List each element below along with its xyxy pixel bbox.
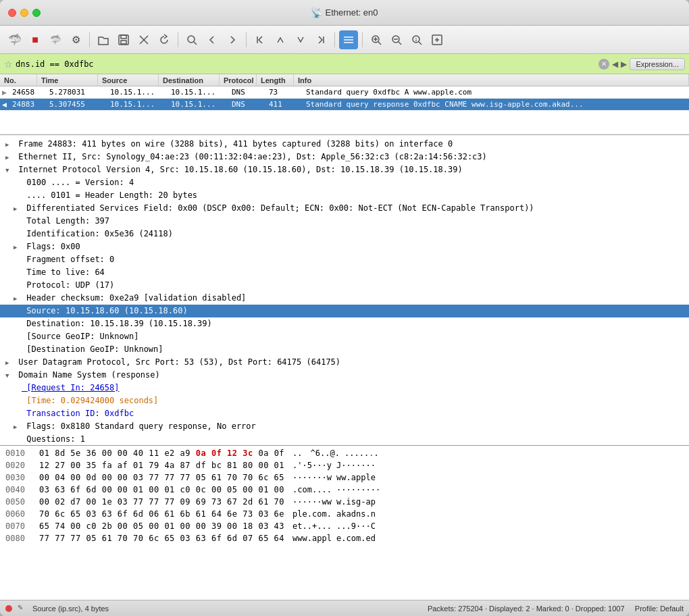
hex-offset: 0050 bbox=[5, 496, 31, 507]
hex-offset: 0040 bbox=[5, 484, 31, 495]
hex-ascii: ······ww w.isg-ap bbox=[292, 496, 376, 507]
hex-bytes: 12 27 00 35 fa af 01 79 4a 87 df bc 81 8… bbox=[39, 460, 284, 471]
expand-triangle: ▼ bbox=[5, 165, 14, 176]
packet-dst: 10.15.1... bbox=[167, 100, 228, 109]
detail-dns-request[interactable]: [Request In: 24658] bbox=[0, 382, 689, 394]
go-last-button[interactable] bbox=[311, 30, 330, 49]
detail-udp[interactable]: ▶ User Datagram Protocol, Src Port: 53 (… bbox=[0, 356, 689, 369]
packet-no: 24883 bbox=[8, 100, 45, 109]
filter-clear-button[interactable]: ✕ bbox=[598, 59, 609, 70]
edit-icon: ✎ bbox=[18, 604, 27, 613]
zoom-out-button[interactable] bbox=[387, 30, 406, 49]
svg-rect-2 bbox=[121, 41, 126, 44]
packet-len: 411 bbox=[265, 100, 302, 109]
capture-status-indicator bbox=[5, 605, 12, 612]
titlebar: 📡 Ethernet: en0 bbox=[0, 0, 689, 26]
col-header-length: Length bbox=[257, 74, 294, 86]
detail-flags[interactable]: ▶ Flags: 0x00 bbox=[0, 240, 689, 253]
row-expand-arrow: ▶ bbox=[0, 89, 8, 96]
save-file-button[interactable] bbox=[114, 30, 133, 49]
hex-ascii: .com.... ········· bbox=[292, 484, 380, 495]
packet-dst: 10.15.1... bbox=[167, 88, 228, 97]
packet-details: ▶ Frame 24883: 411 bytes on wire (3288 b… bbox=[0, 135, 689, 446]
hex-bytes: 65 74 00 c0 2b 00 05 00 01 00 00 39 00 1… bbox=[39, 521, 284, 532]
restart-capture-button[interactable]: 🦈 bbox=[46, 30, 65, 49]
preferences-button[interactable]: ⚙ bbox=[66, 30, 85, 49]
close-capture-button[interactable] bbox=[134, 30, 153, 49]
reload-button[interactable] bbox=[155, 30, 174, 49]
packet-time: 5.307455 bbox=[45, 100, 106, 109]
svg-line-17 bbox=[399, 42, 401, 45]
colorize-button[interactable] bbox=[339, 30, 358, 49]
detail-dns[interactable]: ▼ Domain Name System (response) bbox=[0, 369, 689, 382]
packet-list-header: No. Time Source Destination Protocol Len… bbox=[0, 74, 689, 86]
detail-total-len: Total Length: 397 bbox=[0, 215, 689, 228]
traffic-lights bbox=[8, 9, 41, 17]
close-window-button[interactable] bbox=[8, 9, 16, 17]
detail-dscp[interactable]: ▶ Differentiated Services Field: 0x00 (D… bbox=[0, 202, 689, 215]
go-forward-button[interactable] bbox=[223, 30, 242, 49]
go-first-button[interactable] bbox=[251, 30, 270, 49]
open-file-button[interactable] bbox=[94, 30, 113, 49]
zoom-in-button[interactable] bbox=[367, 30, 386, 49]
hex-row: 0040 03 63 6f 6d 00 00 01 00 01 c0 0c 00… bbox=[0, 484, 689, 496]
stop-capture-button[interactable]: ■ bbox=[26, 30, 45, 49]
hex-row: 0070 65 74 00 c0 2b 00 05 00 01 00 00 39… bbox=[0, 520, 689, 532]
detail-header-len: .... 0101 = Header Length: 20 bytes bbox=[0, 189, 689, 202]
hex-offset: 0060 bbox=[5, 509, 31, 519]
zoom-reset-button[interactable]: 1 bbox=[407, 30, 426, 49]
expand-triangle: ▶ bbox=[5, 152, 14, 163]
col-header-time: Time bbox=[37, 74, 98, 86]
hex-ascii: ·······w ww.apple bbox=[292, 472, 376, 483]
expand-triangle: ▼ bbox=[5, 370, 14, 381]
detail-protocol: Protocol: UDP (17) bbox=[0, 279, 689, 292]
hex-ascii: .. bbox=[292, 448, 302, 459]
expand-triangle: ▶ bbox=[14, 421, 22, 432]
separator-3 bbox=[246, 32, 247, 47]
separator-2 bbox=[178, 32, 178, 47]
statusbar: ✎ Source (ip.src), 4 bytes Packets: 2752… bbox=[0, 600, 689, 616]
filter-input[interactable] bbox=[16, 59, 596, 69]
hex-ascii: www.appl e.com.ed bbox=[292, 533, 376, 544]
detail-dns-txid: Transaction ID: 0xdfbc bbox=[0, 407, 689, 420]
filter-left-arrow[interactable]: ◀ bbox=[612, 59, 618, 69]
row-expand-arrow: ◀ bbox=[0, 101, 8, 108]
filter-bookmark-icon[interactable]: ☆ bbox=[4, 59, 13, 70]
separator-5 bbox=[362, 32, 363, 47]
detail-src-geoip: [Source GeoIP: Unknown] bbox=[0, 330, 689, 343]
go-prev-button[interactable] bbox=[271, 30, 290, 49]
detail-ident: Identification: 0x5e36 (24118) bbox=[0, 228, 689, 240]
filter-right-arrow[interactable]: ▶ bbox=[621, 59, 627, 69]
table-row[interactable]: ▶ 24658 5.278031 10.15.1... 10.15.1... D… bbox=[0, 86, 689, 99]
svg-rect-0 bbox=[119, 35, 128, 45]
find-button[interactable] bbox=[182, 30, 201, 49]
detail-ethernet[interactable]: ▶ Ethernet II, Src: Synology_04:ae:23 (0… bbox=[0, 151, 689, 163]
detail-frame[interactable]: ▶ Frame 24883: 411 bytes on wire (3288 b… bbox=[0, 138, 689, 151]
packet-src: 10.15.1... bbox=[106, 88, 167, 97]
expand-all-button[interactable] bbox=[428, 30, 446, 49]
expand-triangle: ▶ bbox=[5, 139, 14, 150]
expression-button[interactable]: Expression... bbox=[630, 58, 685, 70]
svg-line-20 bbox=[419, 42, 422, 45]
detail-dns-flags[interactable]: ▶ Flags: 0x8180 Standard query response,… bbox=[0, 420, 689, 433]
svg-text:1: 1 bbox=[415, 37, 417, 42]
minimize-window-button[interactable] bbox=[20, 9, 28, 17]
detail-dest-ip: Destination: 10.15.18.39 (10.15.18.39) bbox=[0, 317, 689, 330]
hex-bytes: 00 02 d7 00 1e 03 77 77 77 09 69 73 67 2… bbox=[39, 496, 284, 507]
separator-4 bbox=[334, 32, 335, 47]
main-window: 📡 Ethernet: en0 🦈 ■ 🦈 ⚙ bbox=[0, 0, 689, 616]
hex-row: 0060 70 6c 65 03 63 6f 6d 06 61 6b 61 64… bbox=[0, 508, 689, 520]
window-title: 📡 Ethernet: en0 bbox=[311, 7, 378, 18]
detail-checksum[interactable]: ▶ Header checksum: 0xe2a9 [validation di… bbox=[0, 292, 689, 305]
go-next-button[interactable] bbox=[291, 30, 310, 49]
detail-source-ip[interactable]: Source: 10.15.18.60 (10.15.18.60) bbox=[0, 305, 689, 317]
table-row[interactable]: ◀ 24883 5.307455 10.15.1... 10.15.1... D… bbox=[0, 99, 689, 111]
col-header-source: Source bbox=[98, 74, 159, 86]
status-packet-counts: Packets: 275204 · Displayed: 2 · Marked:… bbox=[428, 605, 684, 613]
fullscreen-window-button[interactable] bbox=[32, 9, 41, 17]
shark-icon-button[interactable]: 🦈 bbox=[5, 30, 24, 49]
go-back-button[interactable] bbox=[203, 30, 222, 49]
detail-ipv4[interactable]: ▼ Internet Protocol Version 4, Src: 10.1… bbox=[0, 163, 689, 176]
hex-bytes: 77 77 77 05 61 70 70 6c 65 03 63 6f 6d 0… bbox=[39, 533, 284, 544]
hex-row: 0030 00 04 00 0d 00 00 03 77 77 77 05 61… bbox=[0, 471, 689, 484]
